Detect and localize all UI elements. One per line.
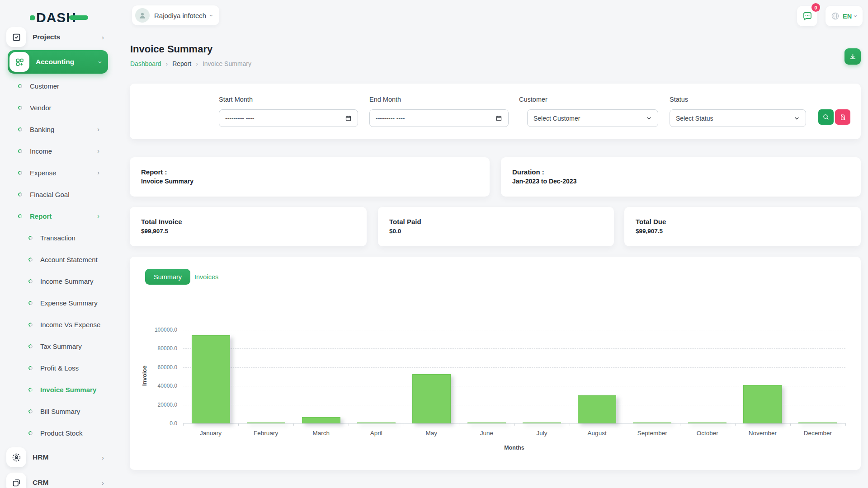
reset-filter-icon	[840, 114, 846, 121]
gridline	[183, 367, 845, 368]
sidebar-item-projects[interactable]: Projects ›	[6, 25, 109, 49]
projects-icon-box	[6, 27, 26, 47]
chat-bubble-icon	[802, 11, 813, 22]
sidebar-item-income-summary[interactable]: Income Summary	[0, 270, 116, 292]
x-axis-tick	[459, 423, 459, 426]
chevron-down-icon: ›	[97, 61, 104, 63]
sidebar-item-label: CRM	[33, 479, 95, 487]
gridline	[183, 330, 845, 330]
apply-filter-button[interactable]	[818, 109, 834, 125]
bullet-icon	[28, 322, 33, 327]
y-axis-tick-label: 40000.0	[132, 383, 177, 389]
stat-value: $99,907.5	[141, 228, 168, 235]
sidebar-item-customer[interactable]: Customer	[0, 75, 116, 97]
reset-filter-button[interactable]	[835, 109, 850, 125]
sidebar-item-bill-summary[interactable]: Bill Summary	[0, 400, 116, 422]
x-axis-label: August	[568, 430, 627, 436]
report-value: Invoice Summary	[141, 178, 193, 185]
sidebar-item-finacial-goal[interactable]: Finacial Goal	[0, 183, 116, 205]
bullet-icon	[28, 300, 33, 305]
bullet-icon	[28, 365, 33, 371]
x-axis-tick	[845, 423, 846, 426]
start-month-input[interactable]: --------- ----	[219, 109, 358, 127]
stat-value: $99,907.5	[636, 228, 663, 235]
breadcrumb-current: Invoice Summary	[203, 60, 251, 67]
sidebar-item-accounting[interactable]: Accounting ›	[8, 50, 108, 74]
x-axis-tick	[183, 423, 184, 426]
bullet-icon	[18, 170, 23, 175]
duration-info-card: Duration : Jan-2023 to Dec-2023	[501, 157, 861, 197]
bar-january	[192, 335, 230, 423]
breadcrumb-report: Report	[172, 60, 191, 67]
bar-february	[247, 422, 285, 423]
x-axis-label: September	[623, 430, 682, 436]
accounting-icon-box	[9, 52, 29, 72]
x-axis-label: May	[402, 430, 461, 436]
report-label: Report :	[141, 168, 167, 176]
bullet-icon	[18, 127, 23, 132]
status-select[interactable]: Select Status	[670, 109, 806, 127]
calendar-icon	[345, 115, 352, 122]
sidebar-item-banking[interactable]: Banking ›	[0, 118, 116, 140]
x-axis-tick	[514, 423, 515, 426]
bullet-icon	[18, 213, 23, 219]
x-axis-label: October	[678, 430, 737, 436]
x-axis-label: February	[236, 430, 295, 436]
x-axis-label: November	[733, 430, 792, 436]
x-axis-tick	[625, 423, 625, 426]
crm-icon-box	[6, 473, 26, 488]
breadcrumb-separator: ›	[196, 60, 198, 67]
sidebar-item-vendor[interactable]: Vendor	[0, 97, 116, 118]
x-axis-label: January	[181, 430, 240, 436]
sidebar-item-account-statement[interactable]: Account Statement	[0, 249, 116, 270]
sidebar-item-product-stock[interactable]: Product Stock	[0, 422, 116, 444]
stat-label: Total Invoice	[141, 218, 182, 225]
bar-june	[467, 422, 506, 423]
bullet-icon	[28, 257, 33, 262]
end-month-input[interactable]: --------- ----	[369, 109, 509, 127]
globe-icon	[831, 12, 840, 20]
bullet-icon	[18, 83, 23, 89]
sidebar-item-transaction[interactable]: Transaction	[0, 227, 116, 249]
language-selector[interactable]: EN ›	[826, 6, 863, 26]
x-axis-tick	[680, 423, 680, 426]
sidebar-item-expense[interactable]: Expense ›	[0, 162, 116, 183]
grid-plus-icon	[15, 57, 24, 67]
sidebar-item-crm[interactable]: CRM ›	[6, 471, 109, 488]
x-axis-tick	[790, 423, 791, 426]
sidebar-item-income-vs-expense[interactable]: Income Vs Expense	[0, 314, 116, 335]
messages-button[interactable]: 0	[797, 6, 817, 26]
sidebar-item-tax-summary[interactable]: Tax Summary	[0, 335, 116, 357]
hrm-icon-box	[6, 447, 26, 467]
customer-select[interactable]: Select Customer	[527, 109, 658, 127]
x-axis-title: Months	[487, 445, 542, 451]
company-avatar	[135, 8, 150, 23]
breadcrumb-dashboard[interactable]: Dashboard	[130, 60, 161, 67]
chevron-right-icon: ›	[97, 148, 99, 154]
chevron-right-icon: ›	[102, 454, 104, 461]
company-selector[interactable]: Rajodiya infotech ›	[132, 5, 219, 25]
gridline	[183, 348, 845, 349]
invoice-summary-page: DASH Rajodiya infotech › 0 EN ›	[0, 0, 868, 488]
breadcrumb: Dashboard › Report › Invoice Summary	[130, 60, 251, 67]
sidebar-item-report[interactable]: Report ›	[0, 205, 116, 227]
total-paid-card: Total Paid $0.0	[378, 207, 614, 246]
chevron-right-icon: ›	[97, 169, 99, 176]
x-axis-tick	[404, 423, 404, 426]
bullet-icon	[28, 235, 33, 240]
chevron-down-icon	[794, 115, 800, 121]
chevron-right-icon: ›	[97, 126, 99, 132]
sidebar-item-income[interactable]: Income ›	[0, 140, 116, 162]
bar-november	[743, 385, 782, 423]
sidebar-item-hrm[interactable]: HRM ›	[6, 446, 109, 469]
x-axis-tick	[570, 423, 570, 426]
x-axis-label: July	[513, 430, 571, 436]
stat-label: Total Paid	[389, 218, 421, 225]
sidebar-item-profit-loss[interactable]: Profit & Loss	[0, 357, 116, 379]
sidebar-item-invoice-summary[interactable]: Invoice Summary	[0, 379, 116, 400]
sidebar-item-expense-summary[interactable]: Expense Summary	[0, 292, 116, 314]
bar-march	[302, 417, 340, 423]
bullet-icon	[28, 408, 33, 414]
download-button[interactable]	[844, 48, 861, 65]
total-due-card: Total Due $99,907.5	[624, 207, 861, 246]
